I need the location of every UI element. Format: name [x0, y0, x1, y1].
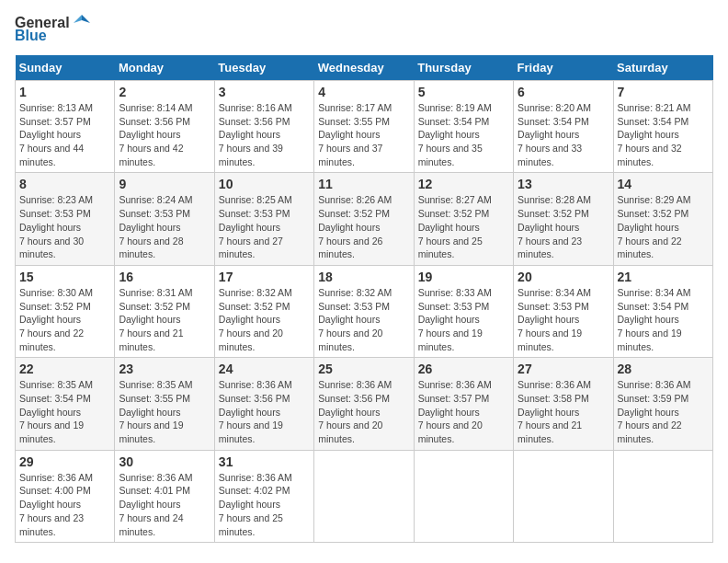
day-info: Sunrise: 8:24 AMSunset: 3:53 PMDaylight … [119, 193, 210, 260]
day-number: 23 [119, 362, 210, 376]
day-cell-26: 26Sunrise: 8:36 AMSunset: 3:57 PMDayligh… [414, 358, 513, 450]
day-info: Sunrise: 8:28 AMSunset: 3:52 PMDaylight … [518, 193, 609, 260]
day-cell-20: 20Sunrise: 8:34 AMSunset: 3:53 PMDayligh… [514, 265, 613, 357]
day-number: 15 [19, 270, 110, 284]
week-row-2: 8Sunrise: 8:23 AMSunset: 3:53 PMDaylight… [16, 173, 713, 265]
day-number: 25 [318, 362, 409, 376]
header-wednesday: Wednesday [314, 55, 414, 81]
page-wrapper: General Blue SundayMondayTuesdayWednesda… [15, 15, 713, 543]
day-info: Sunrise: 8:33 AMSunset: 3:53 PMDaylight … [418, 286, 509, 353]
day-cell-21: 21Sunrise: 8:34 AMSunset: 3:54 PMDayligh… [613, 265, 712, 357]
day-cell-5: 5Sunrise: 8:19 AMSunset: 3:54 PMDaylight… [414, 81, 513, 173]
logo-bird-icon [74, 15, 90, 31]
day-cell-3: 3Sunrise: 8:16 AMSunset: 3:56 PMDaylight… [214, 81, 313, 173]
week-row-1: 1Sunrise: 8:13 AMSunset: 3:57 PMDaylight… [16, 81, 713, 173]
day-cell-30: 30Sunrise: 8:36 AMSunset: 4:01 PMDayligh… [115, 450, 214, 542]
day-number: 12 [418, 177, 509, 191]
day-cell-15: 15Sunrise: 8:30 AMSunset: 3:52 PMDayligh… [16, 265, 115, 357]
day-cell-14: 14Sunrise: 8:29 AMSunset: 3:52 PMDayligh… [613, 173, 712, 265]
day-info: Sunrise: 8:32 AMSunset: 3:53 PMDaylight … [318, 286, 409, 353]
day-number: 27 [518, 362, 609, 376]
day-info: Sunrise: 8:30 AMSunset: 3:52 PMDaylight … [19, 286, 110, 353]
day-info: Sunrise: 8:36 AMSunset: 3:59 PMDaylight … [618, 378, 709, 445]
day-number: 17 [219, 270, 310, 284]
day-info: Sunrise: 8:36 AMSunset: 3:56 PMDaylight … [318, 378, 409, 445]
svg-marker-0 [82, 15, 90, 23]
day-number: 10 [219, 177, 310, 191]
day-cell-22: 22Sunrise: 8:35 AMSunset: 3:54 PMDayligh… [16, 358, 115, 450]
header-saturday: Saturday [613, 55, 712, 81]
header-sunday: Sunday [16, 55, 115, 81]
day-cell-17: 17Sunrise: 8:32 AMSunset: 3:52 PMDayligh… [214, 265, 313, 357]
day-number: 13 [518, 177, 609, 191]
day-info: Sunrise: 8:20 AMSunset: 3:54 PMDaylight … [518, 101, 609, 168]
calendar-header-row: SundayMondayTuesdayWednesdayThursdayFrid… [16, 55, 713, 81]
day-info: Sunrise: 8:36 AMSunset: 4:00 PMDaylight … [19, 471, 110, 538]
day-number: 6 [518, 85, 609, 99]
day-cell-23: 23Sunrise: 8:35 AMSunset: 3:55 PMDayligh… [115, 358, 214, 450]
day-cell-11: 11Sunrise: 8:26 AMSunset: 3:52 PMDayligh… [314, 173, 414, 265]
day-cell-12: 12Sunrise: 8:27 AMSunset: 3:52 PMDayligh… [414, 173, 513, 265]
day-number: 30 [119, 454, 210, 469]
day-cell-19: 19Sunrise: 8:33 AMSunset: 3:53 PMDayligh… [414, 265, 513, 357]
day-info: Sunrise: 8:16 AMSunset: 3:56 PMDaylight … [219, 101, 310, 168]
empty-cell [414, 450, 513, 542]
day-cell-28: 28Sunrise: 8:36 AMSunset: 3:59 PMDayligh… [613, 358, 712, 450]
day-number: 18 [318, 270, 409, 284]
day-number: 29 [19, 454, 110, 469]
day-number: 20 [518, 270, 609, 284]
day-cell-27: 27Sunrise: 8:36 AMSunset: 3:58 PMDayligh… [514, 358, 613, 450]
day-info: Sunrise: 8:36 AMSunset: 3:58 PMDaylight … [518, 378, 609, 445]
header-tuesday: Tuesday [214, 55, 313, 81]
day-info: Sunrise: 8:13 AMSunset: 3:57 PMDaylight … [19, 101, 110, 168]
day-info: Sunrise: 8:26 AMSunset: 3:52 PMDaylight … [318, 193, 409, 260]
day-cell-7: 7Sunrise: 8:21 AMSunset: 3:54 PMDaylight… [613, 81, 712, 173]
calendar-table: SundayMondayTuesdayWednesdayThursdayFrid… [15, 55, 713, 543]
day-info: Sunrise: 8:32 AMSunset: 3:52 PMDaylight … [219, 286, 310, 353]
day-info: Sunrise: 8:34 AMSunset: 3:54 PMDaylight … [618, 286, 709, 353]
day-info: Sunrise: 8:17 AMSunset: 3:55 PMDaylight … [318, 101, 409, 168]
day-number: 19 [418, 270, 509, 284]
day-cell-8: 8Sunrise: 8:23 AMSunset: 3:53 PMDaylight… [16, 173, 115, 265]
day-cell-2: 2Sunrise: 8:14 AMSunset: 3:56 PMDaylight… [115, 81, 214, 173]
week-row-4: 22Sunrise: 8:35 AMSunset: 3:54 PMDayligh… [16, 358, 713, 450]
day-cell-9: 9Sunrise: 8:24 AMSunset: 3:53 PMDaylight… [115, 173, 214, 265]
day-number: 24 [219, 362, 310, 376]
day-cell-10: 10Sunrise: 8:25 AMSunset: 3:53 PMDayligh… [214, 173, 313, 265]
header-friday: Friday [514, 55, 613, 81]
day-number: 2 [119, 85, 210, 99]
day-number: 1 [19, 85, 110, 99]
empty-cell [514, 450, 613, 542]
day-number: 8 [19, 177, 110, 191]
day-cell-1: 1Sunrise: 8:13 AMSunset: 3:57 PMDaylight… [16, 81, 115, 173]
day-info: Sunrise: 8:25 AMSunset: 3:53 PMDaylight … [219, 193, 310, 260]
week-row-3: 15Sunrise: 8:30 AMSunset: 3:52 PMDayligh… [16, 265, 713, 357]
day-info: Sunrise: 8:35 AMSunset: 3:55 PMDaylight … [119, 378, 210, 445]
week-row-5: 29Sunrise: 8:36 AMSunset: 4:00 PMDayligh… [16, 450, 713, 542]
day-info: Sunrise: 8:36 AMSunset: 3:56 PMDaylight … [219, 378, 310, 445]
day-info: Sunrise: 8:31 AMSunset: 3:52 PMDaylight … [119, 286, 210, 353]
day-info: Sunrise: 8:23 AMSunset: 3:53 PMDaylight … [19, 193, 110, 260]
day-number: 3 [219, 85, 310, 99]
logo-text-blue: Blue [15, 28, 47, 44]
day-cell-31: 31Sunrise: 8:36 AMSunset: 4:02 PMDayligh… [214, 450, 313, 542]
day-info: Sunrise: 8:21 AMSunset: 3:54 PMDaylight … [618, 101, 709, 168]
day-number: 16 [119, 270, 210, 284]
day-number: 28 [618, 362, 709, 376]
header: General Blue [15, 15, 713, 44]
day-info: Sunrise: 8:36 AMSunset: 3:57 PMDaylight … [418, 378, 509, 445]
day-cell-18: 18Sunrise: 8:32 AMSunset: 3:53 PMDayligh… [314, 265, 414, 357]
day-info: Sunrise: 8:34 AMSunset: 3:53 PMDaylight … [518, 286, 609, 353]
logo: General Blue [15, 15, 90, 44]
header-thursday: Thursday [414, 55, 513, 81]
day-info: Sunrise: 8:36 AMSunset: 4:02 PMDaylight … [219, 471, 310, 538]
day-cell-16: 16Sunrise: 8:31 AMSunset: 3:52 PMDayligh… [115, 265, 214, 357]
day-cell-25: 25Sunrise: 8:36 AMSunset: 3:56 PMDayligh… [314, 358, 414, 450]
empty-cell [314, 450, 414, 542]
day-cell-29: 29Sunrise: 8:36 AMSunset: 4:00 PMDayligh… [16, 450, 115, 542]
day-number: 11 [318, 177, 409, 191]
logo-box: General Blue [15, 15, 90, 44]
day-number: 22 [19, 362, 110, 376]
day-cell-6: 6Sunrise: 8:20 AMSunset: 3:54 PMDaylight… [514, 81, 613, 173]
day-cell-4: 4Sunrise: 8:17 AMSunset: 3:55 PMDaylight… [314, 81, 414, 173]
